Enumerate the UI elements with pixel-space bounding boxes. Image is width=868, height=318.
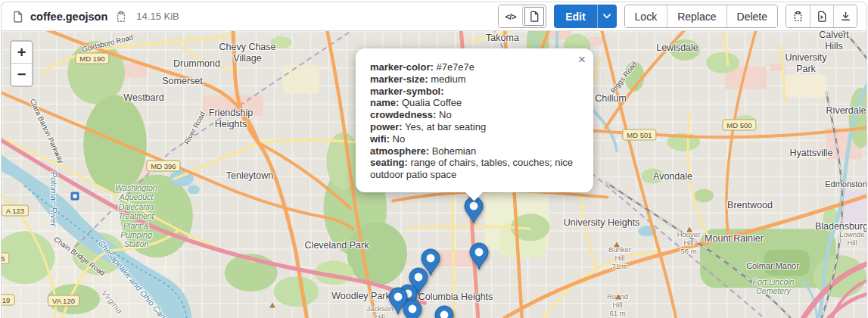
chevron-down-icon bbox=[603, 14, 611, 19]
map-marker-icon[interactable] bbox=[469, 242, 489, 271]
edit-button[interactable]: Edit bbox=[554, 5, 596, 28]
code-icon: </> bbox=[505, 12, 515, 21]
file-icon bbox=[529, 11, 540, 22]
download-button[interactable] bbox=[833, 5, 857, 27]
zoom-control: + − bbox=[10, 40, 33, 87]
download-icon bbox=[840, 11, 851, 22]
zoom-out-button[interactable]: − bbox=[11, 64, 32, 86]
open-raw-button[interactable] bbox=[810, 5, 833, 27]
zoom-in-button[interactable]: + bbox=[11, 42, 32, 64]
map-marker-icon[interactable] bbox=[403, 299, 422, 318]
display-toggle: </> bbox=[498, 5, 546, 28]
popup-property: name: Qualia Coffee bbox=[370, 97, 580, 109]
popup-property: atmosphere: Bohemian bbox=[370, 145, 580, 157]
document-icon bbox=[12, 11, 24, 23]
file-name: coffee.geojson bbox=[30, 11, 107, 23]
copy-file-path-button[interactable] bbox=[114, 9, 129, 24]
lock-button[interactable]: Lock bbox=[625, 5, 667, 27]
delete-button[interactable]: Delete bbox=[726, 5, 777, 27]
file-size: 14.15 KiB bbox=[136, 11, 179, 22]
feature-popup: × marker-color: #7e7e7emarker-size: medi… bbox=[356, 48, 593, 192]
popup-properties: marker-color: #7e7e7emarker-size: medium… bbox=[370, 61, 580, 181]
map-marker-icon[interactable] bbox=[434, 305, 454, 318]
popup-property: marker-symbol: bbox=[370, 86, 580, 98]
edit-split-button: Edit bbox=[554, 5, 616, 28]
poi-icon bbox=[71, 192, 79, 201]
popup-property: seating: range of chairs, tables, couche… bbox=[370, 157, 580, 181]
copy-contents-button[interactable] bbox=[786, 5, 810, 27]
popup-property: marker-color: #7e7e7e bbox=[370, 61, 580, 73]
header-actions: </> Edit Lock Replace D bbox=[498, 5, 857, 28]
edit-dropdown-button[interactable] bbox=[597, 5, 617, 28]
source-view-button[interactable]: </> bbox=[499, 5, 522, 27]
replace-button[interactable]: Replace bbox=[667, 5, 726, 27]
popup-property: power: Yes, at bar seating bbox=[370, 121, 580, 133]
file-header: coffee.geojson 14.15 KiB </> Edit bbox=[2, 2, 866, 31]
raw-file-icon bbox=[817, 11, 828, 22]
popup-property: crowdedness: No bbox=[370, 109, 580, 121]
rendered-view-button[interactable] bbox=[522, 5, 546, 27]
popup-close-icon[interactable]: × bbox=[578, 52, 586, 67]
file-utility-buttons bbox=[786, 5, 857, 28]
popup-property: wifi: No bbox=[370, 133, 580, 145]
popup-property: marker-size: medium bbox=[370, 73, 580, 86]
file-action-buttons: Lock Replace Delete bbox=[624, 5, 778, 28]
file-viewer: coffee.geojson 14.15 KiB </> Edit bbox=[1, 2, 867, 318]
map[interactable]: TakomaLewisdaleCalvert HillsUniversity P… bbox=[2, 31, 867, 318]
clipboard-icon bbox=[792, 11, 804, 22]
